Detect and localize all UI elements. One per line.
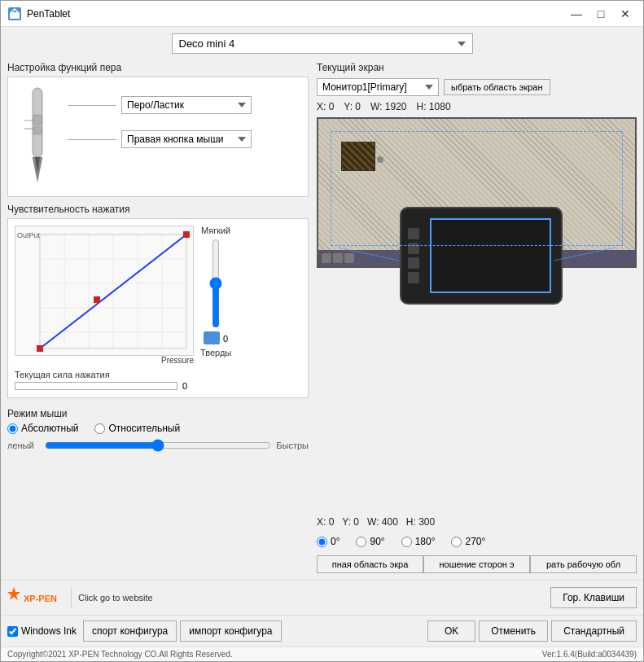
preview-container	[317, 117, 637, 305]
rotation-90-label: 90°	[370, 536, 384, 547]
tab-2[interactable]: ношение сторон э	[423, 555, 530, 573]
ok-button[interactable]: OK	[427, 620, 475, 642]
import-config-button[interactable]: импорт конфигура	[180, 620, 281, 642]
pen-dropdown-2[interactable]: Правая кнопка мышиЛевая кнопка мышиСредн…	[121, 130, 252, 148]
pen-line-1	[68, 105, 116, 106]
radio-relative[interactable]: Относительный	[94, 423, 180, 434]
svg-text:OutPut: OutPut	[17, 231, 41, 239]
coord-y: Y: 0	[344, 101, 361, 112]
rotation-0[interactable]: 0°	[317, 536, 340, 547]
radio-group-mouse-mode: Абсолютный Относительный	[7, 423, 309, 434]
tablet-btn-2	[408, 243, 419, 254]
tablet-active-area	[430, 218, 551, 293]
pen-section: Настройка функций пера	[7, 62, 309, 197]
radio-relative-input[interactable]	[94, 423, 105, 434]
pen-dropdown-1[interactable]: Перо/ЛастикКистьЛастик	[121, 96, 252, 114]
screen-section-title: Текущий экран	[317, 62, 637, 73]
svg-rect-20	[94, 296, 100, 303]
tablet-btn-4	[408, 272, 419, 283]
pressure-svg: OutPut	[15, 226, 194, 356]
radio-absolute-input[interactable]	[7, 423, 18, 434]
tablet-btn-1	[408, 228, 419, 239]
rotation-90[interactable]: 90°	[356, 536, 384, 547]
current-pressure-value: 0	[182, 381, 187, 391]
pressure-inner: OutPut Pressure Мягкий	[15, 226, 301, 365]
windows-ink-checkbox[interactable]: Windows Ink	[7, 625, 77, 637]
pen-dropdown-row-2: Правая кнопка мышиЛевая кнопка мышиСредн…	[68, 130, 301, 148]
maximize-button[interactable]: □	[589, 6, 612, 22]
right-panel: Текущий экран Монитор1[Primary] ыбрать о…	[317, 62, 637, 573]
radio-relative-label: Относительный	[108, 423, 180, 434]
minimize-button[interactable]: —	[565, 6, 588, 22]
tablet-body	[400, 207, 563, 305]
radio-absolute-label: Абсолютный	[21, 423, 78, 434]
window-title: PenTablet	[27, 8, 565, 20]
rotation-90-input[interactable]	[356, 537, 366, 547]
pen-inner: Перо/ЛастикКистьЛастик Правая кнопка мыш…	[15, 84, 301, 190]
tablet-h: H: 300	[406, 516, 435, 528]
logo-area: XP-PEN Click go to website Гор. Клавиши	[1, 580, 643, 615]
monitor-dot	[377, 156, 383, 163]
rotation-270[interactable]: 270°	[451, 536, 485, 547]
pressure-hard-label: Тверды	[200, 348, 231, 357]
speed-slider[interactable]	[45, 439, 271, 452]
cancel-button[interactable]: Отменить	[479, 620, 548, 642]
pen-icon	[21, 84, 54, 190]
rotation-180-input[interactable]	[401, 537, 412, 547]
pressure-graph-container: OutPut Pressure	[15, 226, 194, 365]
tablet-x: X: 0	[317, 516, 334, 528]
coord-w: W: 1920	[370, 101, 406, 112]
rotation-180-label: 180°	[415, 536, 436, 547]
rotation-0-input[interactable]	[317, 537, 327, 547]
screen-area-button[interactable]: ыбрать область экран	[444, 79, 550, 95]
logo-separator	[71, 588, 72, 607]
window-controls: — □ ✕	[565, 6, 637, 22]
pen-image	[15, 84, 59, 190]
svg-rect-7	[15, 226, 194, 356]
svg-rect-1	[10, 12, 20, 19]
copyright-bar: Copyright©2021 XP-PEN Technology CO.All …	[1, 647, 643, 661]
pen-dropdown-row-1: Перо/ЛастикКистьЛастик	[68, 96, 301, 114]
device-select[interactable]: Deco mini 4	[172, 33, 473, 54]
rotation-180[interactable]: 180°	[401, 536, 436, 547]
pen-section-box: Перо/ЛастикКистьЛастик Правая кнопка мыш…	[7, 77, 309, 197]
close-button[interactable]: ✕	[614, 6, 637, 22]
version-text: Ver:1.6.4(Build:a0034439)	[542, 650, 637, 659]
export-config-button[interactable]: спорт конфигура	[83, 620, 177, 642]
pressure-section-title: Чувствительность нажатия	[7, 204, 309, 215]
tab-1[interactable]: пная область экра	[317, 555, 423, 573]
svg-rect-21	[183, 231, 190, 238]
tablet-y: Y: 0	[342, 516, 359, 528]
pressure-slider-vertical	[208, 239, 224, 328]
pressure-slider[interactable]	[208, 239, 224, 328]
bottom-tabs-row: пная область экра ношение сторон э рать …	[317, 555, 637, 573]
rotation-row: 0° 90° 180° 270°	[317, 536, 637, 547]
default-button[interactable]: Стандартный	[551, 620, 637, 642]
svg-rect-5	[33, 115, 42, 125]
svg-marker-25	[7, 587, 20, 600]
screen-preview-area	[317, 117, 637, 511]
tablet-btn-3	[408, 257, 419, 269]
speed-row: леный Быстры	[7, 439, 309, 452]
screen-select-row: Монитор1[Primary] ыбрать область экран	[317, 78, 637, 96]
mouse-mode-title: Режим мыши	[7, 408, 309, 419]
radio-absolute[interactable]: Абсолютный	[7, 423, 78, 434]
left-panel: Настройка функций пера	[7, 62, 309, 573]
main-panels: Настройка функций пера	[7, 62, 637, 573]
monitor-icon	[341, 142, 375, 171]
coord-x: X: 0	[317, 101, 334, 112]
screen-coords: X: 0 Y: 0 W: 1920 H: 1080	[317, 101, 637, 112]
footer-buttons: Windows Ink спорт конфигура импорт конфи…	[1, 615, 643, 647]
hotkeys-button[interactable]: Гор. Клавиши	[550, 587, 637, 608]
rotation-270-input[interactable]	[451, 537, 462, 547]
rotation-0-label: 0°	[331, 536, 340, 547]
title-bar: PenTablet — □ ✕	[1, 1, 643, 27]
current-pressure-title: Текущая сила нажатия	[15, 370, 301, 379]
tab-3[interactable]: рать рабочую обл	[530, 555, 637, 573]
tablet-coords: X: 0 Y: 0 W: 400 H: 300	[317, 516, 637, 528]
screen-select[interactable]: Монитор1[Primary]	[317, 78, 439, 96]
pressure-soft-label: Мягкий	[201, 226, 230, 235]
current-pressure-bar	[15, 382, 177, 390]
logo-link: Click go to website	[78, 593, 153, 603]
windows-ink-check[interactable]	[7, 626, 18, 637]
